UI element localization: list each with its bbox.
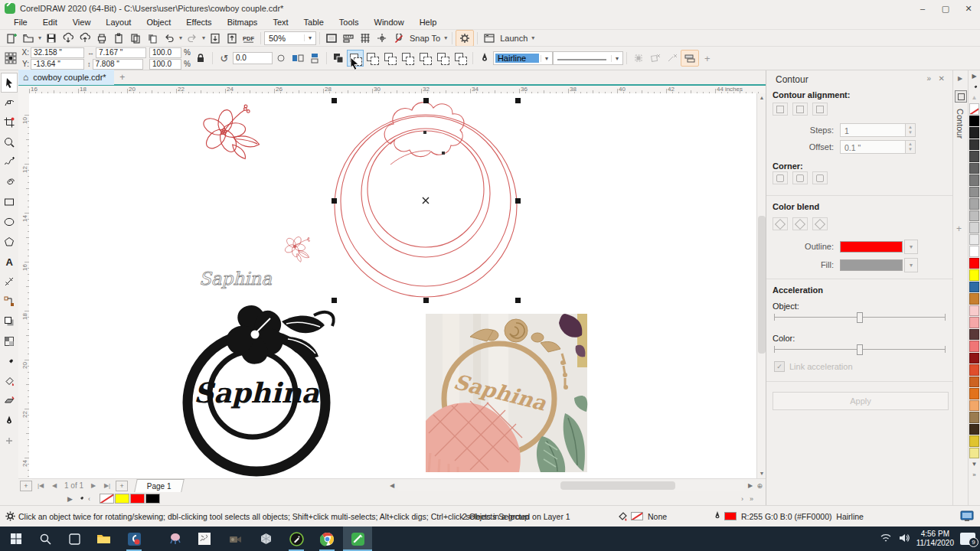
red-flower-sketch-small[interactable] [282,233,312,263]
crop-tool[interactable] [1,112,18,132]
eyedropper-tool[interactable] [1,351,18,371]
to-center-button[interactable] [773,103,788,116]
chrome-taskbar-icon[interactable] [312,527,341,551]
color-swatch[interactable] [969,388,979,399]
color-swatch[interactable] [969,329,979,341]
shape-tool[interactable] [1,93,18,112]
palette-flyout-icon[interactable]: ▶ [972,70,976,81]
import-button[interactable] [207,31,224,46]
mitered-corners-button[interactable] [773,171,788,184]
home-icon[interactable]: ⌂ [23,72,28,83]
menu-table[interactable]: Table [296,17,332,29]
pink-app-taskbar-icon[interactable] [161,527,190,551]
color-swatch[interactable] [969,174,979,186]
wrap-text-button[interactable] [630,51,647,66]
mirror-vertical-button[interactable] [306,51,323,66]
freehand-tool[interactable] [1,152,18,172]
new-document-button[interactable] [3,31,20,46]
notification-center-icon[interactable]: 9 [960,533,975,545]
link-acceleration-checkbox[interactable]: ✓ Link acceleration [774,361,853,372]
palette-scroll-up-icon[interactable]: ▲ [972,92,978,103]
zoom-level-combo[interactable]: 50%▾ [264,31,316,45]
copy-button[interactable] [127,31,144,46]
palette-scroll-down-icon[interactable]: ▼ [972,458,978,469]
create-boundary-button[interactable] [452,50,469,67]
palette-flyout-icon[interactable]: ▶ [64,495,76,503]
lock-ratio-button[interactable] [192,51,209,66]
menu-bitmaps[interactable]: Bitmaps [220,17,266,29]
color-swatch[interactable] [969,210,979,222]
name-outline-text[interactable]: Saphina [199,269,272,289]
clockwise-blend-button[interactable] [792,217,808,230]
x-position-field[interactable]: 32.158 " [31,47,84,58]
color-swatch[interactable] [969,222,979,233]
menu-object[interactable]: Object [139,17,178,29]
scale-v-field[interactable]: 100.0 [149,59,181,70]
outline-color-picker[interactable]: ▾ [840,240,918,253]
sketch-app-taskbar-icon[interactable] [190,527,219,551]
text-tool[interactable]: A [1,252,18,272]
counterclockwise-blend-button[interactable] [812,217,828,230]
scale-h-field[interactable]: 100.0 [149,47,181,58]
simplify-button[interactable] [400,50,416,67]
palette-expand-icon[interactable]: » [972,469,975,480]
paste-special-button[interactable] [144,31,161,46]
add-tool-tool[interactable] [1,431,18,451]
color-acceleration-slider[interactable] [774,344,946,355]
drop-shadow-tool[interactable] [1,311,18,331]
dimension-tool[interactable] [1,272,18,292]
docker-arrow-icon[interactable]: ▶ [958,75,962,82]
color-swatch[interactable] [969,163,979,174]
fill-color-picker[interactable]: ▾ [840,259,918,272]
outside-contour-button[interactable] [792,103,808,116]
color-swatch[interactable] [969,364,979,376]
volume-icon[interactable] [898,533,910,545]
show-guidelines-button[interactable] [374,31,390,46]
previous-page-button[interactable]: ◀ [47,480,61,492]
interactive-fill-tool[interactable] [1,371,18,391]
y-position-field[interactable]: -13.64 " [31,59,84,70]
color-swatch[interactable] [969,198,979,210]
reference-photo[interactable]: Saphina [426,314,587,472]
screenrec-taskbar-icon[interactable] [119,527,149,551]
undo-button[interactable] [161,31,178,46]
save-button[interactable] [43,31,60,46]
color-swatch[interactable] [969,187,979,198]
front-minus-back-button[interactable] [417,50,434,67]
options-button[interactable] [456,30,474,47]
apply-button[interactable]: Apply [773,392,949,410]
add-page-start-button[interactable]: + [20,481,32,491]
rectangle-tool[interactable] [1,192,18,212]
weld-button[interactable] [347,50,364,67]
show-grid-button[interactable] [357,31,374,46]
bevel-corners-button[interactable] [812,171,828,184]
name-filled-text[interactable]: Saphina [194,377,320,409]
color-swatch[interactable] [969,341,979,352]
black-wreath-design[interactable]: Saphina [188,305,334,471]
menu-view[interactable]: View [65,17,99,29]
3d-viewer-taskbar-icon[interactable] [251,527,280,551]
horizontal-scroll-thumb[interactable] [560,481,675,490]
color-swatch[interactable] [969,258,979,269]
start-taskbar-icon[interactable] [2,527,31,551]
red-flower-sketch-large[interactable] [198,104,260,165]
round-corners-button[interactable] [792,171,808,184]
cloud-export-button[interactable] [77,31,93,46]
color-swatch[interactable] [969,293,979,305]
offset-field[interactable]: 0.1 " [840,140,906,154]
zoom-tool[interactable] [1,132,18,152]
launch-dropdown[interactable]: Launch [498,34,530,43]
menu-file[interactable]: File [6,17,35,29]
no-color-swatch[interactable] [100,494,114,504]
color-swatch[interactable] [969,412,979,423]
color-swatch[interactable] [969,400,979,412]
horizontal-scrollbar[interactable]: ◀ ▶ [398,481,744,491]
vertical-scroll-thumb[interactable] [758,216,766,354]
gear-icon[interactable] [5,510,16,523]
minimize-button[interactable]: – [911,0,934,17]
docker-options-button[interactable] [681,50,699,67]
steps-spinner[interactable]: ▲▼ [906,123,916,137]
contour-docker-tab-icon[interactable] [955,90,967,103]
intersect-button[interactable] [382,50,399,67]
taskbar-clock[interactable]: 4:56 PM 11/14/2020 [916,530,954,548]
